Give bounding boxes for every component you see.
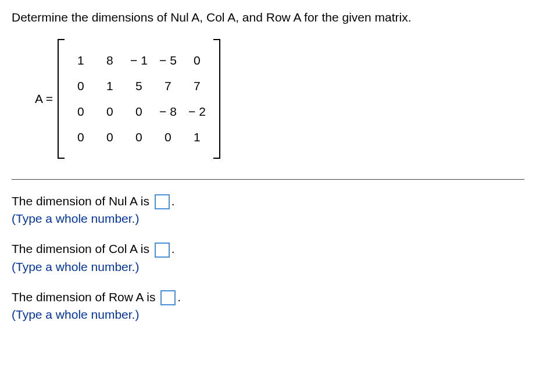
prompt-pre: The dimension of Col A is bbox=[12, 242, 153, 255]
answer-line: The dimension of Col A is . bbox=[12, 242, 524, 257]
matrix-cell: 1 bbox=[66, 54, 95, 67]
answer-input-nul[interactable] bbox=[155, 194, 170, 209]
answer-input-row[interactable] bbox=[160, 290, 176, 305]
matrix-cell: 0 bbox=[124, 105, 153, 119]
matrix-cell: − 1 bbox=[124, 54, 153, 67]
matrix-cell: 1 bbox=[95, 79, 124, 93]
answer-line: The dimension of Row A is . bbox=[12, 290, 524, 305]
matrix-cell: 0 bbox=[66, 79, 95, 93]
matrix-label: A = bbox=[35, 92, 53, 106]
matrix-cell: 1 bbox=[183, 130, 212, 144]
matrix-cell: − 2 bbox=[183, 105, 212, 119]
matrix-row: 0 0 0 − 8 − 2 bbox=[66, 99, 212, 124]
matrix-cell: 5 bbox=[124, 79, 153, 93]
matrix-cell: 7 bbox=[153, 79, 183, 93]
answer-line: The dimension of Nul A is . bbox=[12, 194, 524, 209]
matrix-cell: 7 bbox=[183, 79, 212, 93]
answer-block-nul: The dimension of Nul A is . (Type a whol… bbox=[12, 194, 524, 226]
question-text: Determine the dimensions of Nul A, Col A… bbox=[12, 10, 524, 24]
matrix-row: 0 1 5 7 7 bbox=[66, 73, 212, 99]
matrix-cell: 0 bbox=[183, 54, 212, 67]
hint-text: (Type a whole number.) bbox=[12, 260, 524, 274]
matrix-container: A = 1 8 − 1 − 5 0 0 1 5 7 7 0 0 0 − 8 − … bbox=[35, 39, 524, 159]
matrix-cell: − 8 bbox=[153, 105, 183, 119]
matrix-cell: 0 bbox=[66, 105, 95, 119]
prompt-post: . bbox=[171, 194, 175, 208]
matrix-cell: 0 bbox=[95, 105, 124, 119]
answer-block-col: The dimension of Col A is . (Type a whol… bbox=[12, 242, 524, 273]
matrix-row: 1 8 − 1 − 5 0 bbox=[66, 48, 212, 73]
prompt-post: . bbox=[171, 242, 175, 255]
prompt-pre: The dimension of Row A is bbox=[12, 290, 159, 304]
divider bbox=[12, 179, 524, 180]
matrix-cell: − 5 bbox=[153, 54, 183, 67]
matrix: 1 8 − 1 − 5 0 0 1 5 7 7 0 0 0 − 8 − 2 0 … bbox=[58, 39, 220, 159]
matrix-cell: 0 bbox=[66, 130, 95, 144]
matrix-cell: 0 bbox=[95, 130, 124, 144]
prompt-pre: The dimension of Nul A is bbox=[12, 194, 153, 208]
matrix-cell: 0 bbox=[153, 130, 183, 144]
matrix-cell: 0 bbox=[124, 130, 153, 144]
answer-block-row: The dimension of Row A is . (Type a whol… bbox=[12, 290, 524, 322]
answer-input-col[interactable] bbox=[155, 243, 170, 258]
matrix-row: 0 0 0 0 1 bbox=[66, 124, 212, 150]
hint-text: (Type a whole number.) bbox=[12, 308, 524, 322]
matrix-cell: 8 bbox=[95, 54, 124, 67]
prompt-post: . bbox=[177, 290, 181, 304]
hint-text: (Type a whole number.) bbox=[12, 212, 524, 226]
